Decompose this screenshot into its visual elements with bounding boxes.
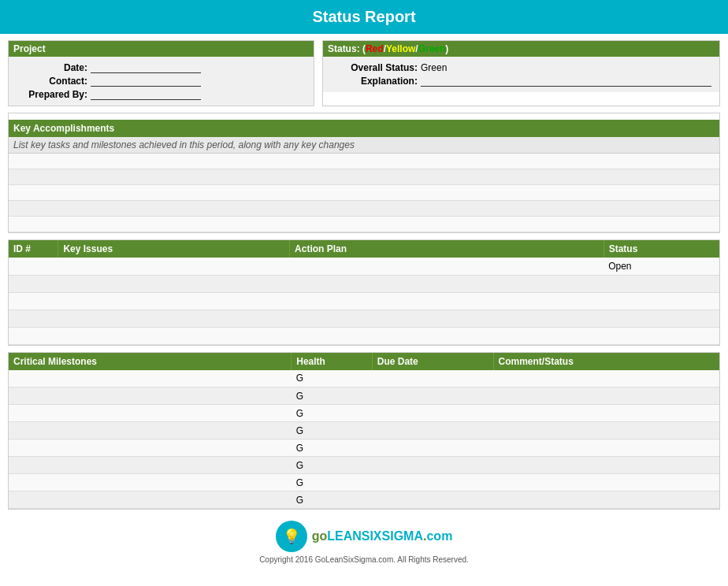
issues-row-1: Open: [9, 258, 719, 275]
date-label: Date:: [17, 62, 87, 73]
milestone-row-2-name[interactable]: [9, 388, 292, 405]
milestone-row-4: G: [9, 422, 719, 440]
acc-row-4[interactable]: [9, 201, 719, 217]
issues-row-3-action[interactable]: [290, 292, 604, 310]
milestone-row-2-health[interactable]: G: [292, 388, 373, 405]
issues-row-4-issue[interactable]: [58, 310, 290, 327]
issues-row-1-issue[interactable]: [58, 258, 290, 275]
issues-row-1-action[interactable]: [290, 258, 604, 275]
issues-row-5-issue[interactable]: [58, 327, 290, 344]
issues-row-5-status[interactable]: [604, 327, 719, 344]
issues-row-5-id[interactable]: [9, 327, 58, 344]
milestone-row-4-date[interactable]: [372, 422, 493, 440]
contact-label: Contact:: [17, 76, 87, 87]
logo-text: goLEANSIXSIGMA.com: [312, 529, 453, 543]
acc-row-2[interactable]: [9, 169, 719, 185]
issues-header-row: ID # Key Issues Action Plan Status: [9, 240, 719, 258]
issues-row-1-status[interactable]: Open: [604, 258, 719, 275]
milestone-row-8-name[interactable]: [9, 491, 292, 509]
milestones-tbody: G G G G: [9, 370, 719, 509]
milestone-row-5-health[interactable]: G: [292, 440, 373, 457]
milestone-row-2-date[interactable]: [372, 388, 493, 405]
milestone-row-3-health[interactable]: G: [292, 405, 373, 422]
accomplishments-rows: [9, 154, 719, 232]
milestone-row-6-health[interactable]: G: [292, 457, 373, 474]
footer-copyright: Copyright 2016 GoLeanSixSigma.com. All R…: [8, 555, 720, 564]
overall-row: Overall Status: Green: [331, 62, 711, 73]
issues-row-3-id[interactable]: [9, 292, 58, 310]
issues-row-2-status[interactable]: [604, 275, 719, 292]
status-red: Red: [366, 43, 384, 54]
issues-row-3-issue[interactable]: [58, 292, 290, 310]
acc-row-3[interactable]: [9, 185, 719, 201]
logo-go: go: [312, 529, 328, 543]
milestone-row-7-health[interactable]: G: [292, 474, 373, 491]
prepared-input[interactable]: [91, 89, 201, 100]
issues-row-1-id[interactable]: [9, 258, 58, 275]
milestones-col-comment: Comment/Status: [493, 353, 719, 370]
milestone-row-1-name[interactable]: [9, 370, 292, 388]
issues-row-4-status[interactable]: [604, 310, 719, 327]
logo-six: SIX: [362, 529, 382, 543]
milestone-row-8-date[interactable]: [372, 491, 493, 509]
date-row: Date:: [17, 62, 306, 73]
main-content: Project Date: Contact: Prepared By: St: [0, 34, 728, 577]
project-title: Project: [9, 41, 314, 57]
issues-row-5-action[interactable]: [290, 327, 604, 344]
milestone-row-4-comment[interactable]: [493, 422, 719, 440]
contact-input[interactable]: [91, 76, 201, 87]
milestone-row-5-date[interactable]: [372, 440, 493, 457]
milestone-row-1-comment[interactable]: [493, 370, 719, 388]
page-header: Status Report: [0, 0, 728, 34]
footer-logo: 💡 goLEANSIXSIGMA.com: [8, 521, 720, 552]
explanation-row: Explanation:: [331, 76, 711, 87]
milestone-row-4-health[interactable]: G: [292, 422, 373, 440]
issues-row-4-action[interactable]: [290, 310, 604, 327]
issues-box: ID # Key Issues Action Plan Status Open: [8, 239, 720, 346]
status-box: Status: (Red/Yellow/Green) Overall Statu…: [322, 40, 720, 106]
status-title-suffix: ): [445, 43, 448, 54]
explanation-input[interactable]: [421, 76, 711, 87]
milestone-row-1-date[interactable]: [372, 370, 493, 388]
top-section: Project Date: Contact: Prepared By: St: [8, 40, 720, 106]
overall-value: Green: [421, 62, 447, 73]
acc-row-1[interactable]: [9, 154, 719, 169]
milestone-row-5-name[interactable]: [9, 440, 292, 457]
date-input[interactable]: [91, 62, 201, 73]
acc-row-5[interactable]: [9, 217, 719, 232]
milestone-row-3-name[interactable]: [9, 405, 292, 422]
milestone-row-8-comment[interactable]: [493, 491, 719, 509]
issues-row-5: [9, 327, 719, 344]
status-fields: Overall Status: Green Explanation:: [323, 57, 719, 92]
page-title: Status Report: [8, 8, 720, 26]
issues-row-3-status[interactable]: [604, 292, 719, 310]
milestone-row-8: G: [9, 491, 719, 509]
milestone-row-3-date[interactable]: [372, 405, 493, 422]
milestones-col-duedate: Due Date: [372, 353, 493, 370]
milestone-row-6-name[interactable]: [9, 457, 292, 474]
issues-row-4-id[interactable]: [9, 310, 58, 327]
issues-row-2-id[interactable]: [9, 275, 58, 292]
milestone-row-3: G: [9, 405, 719, 422]
milestones-header-row: Critical Milestones Health Due Date Comm…: [9, 353, 719, 370]
milestone-row-7-name[interactable]: [9, 474, 292, 491]
issues-row-2-issue[interactable]: [58, 275, 290, 292]
milestone-row-5-comment[interactable]: [493, 440, 719, 457]
issues-row-2-action[interactable]: [290, 275, 604, 292]
milestones-col-health: Health: [292, 353, 373, 370]
milestone-row-3-comment[interactable]: [493, 405, 719, 422]
accomplishments-header: Key Accomplishments: [9, 120, 719, 137]
milestone-row-2-comment[interactable]: [493, 388, 719, 405]
issues-row-4: [9, 310, 719, 327]
milestone-row-7: G: [9, 474, 719, 491]
issues-col-action: Action Plan: [290, 240, 604, 258]
milestone-row-8-health[interactable]: G: [292, 491, 373, 509]
milestone-row-6-date[interactable]: [372, 457, 493, 474]
milestone-row-7-date[interactable]: [372, 474, 493, 491]
milestone-row-6-comment[interactable]: [493, 457, 719, 474]
status-green: Green: [418, 43, 446, 54]
milestone-row-4-name[interactable]: [9, 422, 292, 440]
status-title-prefix: Status: (: [328, 43, 366, 54]
milestone-row-1-health[interactable]: G: [292, 370, 373, 388]
milestone-row-7-comment[interactable]: [493, 474, 719, 491]
